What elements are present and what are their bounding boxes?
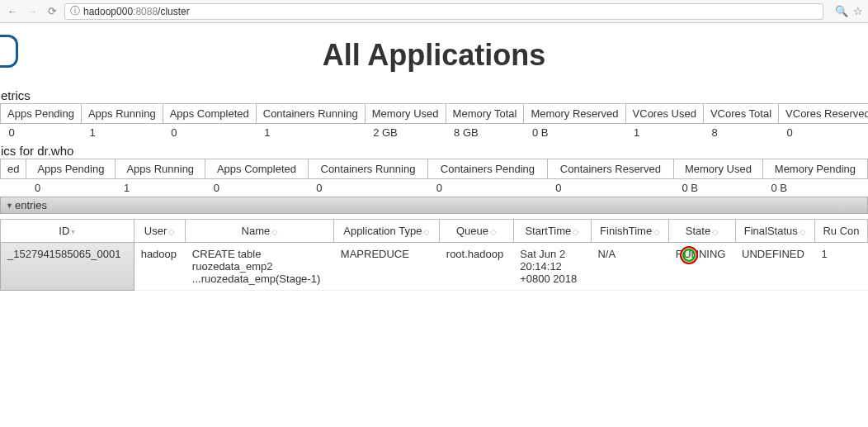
col-apps-running[interactable]: Apps Running (81, 104, 163, 124)
col-vcores-used[interactable]: VCores Used (625, 104, 703, 124)
cluster-metrics-label: etrics (0, 86, 868, 103)
col-apptype[interactable]: Application Type◇ (334, 220, 440, 243)
app-final: UNDEFINED (735, 243, 814, 291)
entries-selector[interactable]: ▼ entries (0, 197, 868, 214)
col-vcores-total[interactable]: VCores Total (703, 104, 778, 124)
col-u-memory-used[interactable]: Memory Used (674, 159, 763, 179)
app-start: Sat Jun 2 20:14:12 +0800 2018 (513, 243, 591, 291)
col-containers-running[interactable]: Containers Running (256, 104, 365, 124)
star-icon[interactable]: ☆ (853, 5, 863, 17)
app-state: RUNNING (669, 243, 735, 291)
col-memory-used[interactable]: Memory Used (365, 104, 446, 124)
annotation-circle-inner-icon (682, 249, 696, 262)
table-row: 0 1 0 0 0 0 0 B 0 B (1, 179, 868, 197)
app-queue: root.hadoop (440, 243, 513, 291)
url-host: hadoop000 (83, 6, 133, 17)
col-state[interactable]: State◇ (669, 220, 735, 243)
caret-down-icon: ▼ (6, 202, 13, 210)
col-ed[interactable]: ed (1, 159, 26, 179)
col-u-containers-running[interactable]: Containers Running (308, 159, 427, 179)
col-u-apps-running[interactable]: Apps Running (116, 159, 205, 179)
browser-toolbar: ← → ⟳ ⓘ hadoop000:8088/cluster 🔍 ☆ (0, 0, 868, 23)
applications-table: ID▾ User◇ Name◇ Application Type◇ Queue◇… (0, 219, 868, 291)
col-u-apps-completed[interactable]: Apps Completed (205, 159, 309, 179)
page-title: All Applications (0, 38, 868, 73)
table-row[interactable]: _1527941585065_0001 hadoop CREATE table … (1, 243, 868, 291)
col-apps-pending[interactable]: Apps Pending (1, 104, 82, 124)
back-icon[interactable]: ← (5, 4, 20, 19)
col-u-memory-pending[interactable]: Memory Pending (762, 159, 867, 179)
app-type: MAPREDUCE (334, 243, 440, 291)
url-bar[interactable]: ⓘ hadoop000:8088/cluster (64, 3, 823, 20)
col-queue[interactable]: Queue◇ (440, 220, 513, 243)
cluster-metrics-table: Apps Pending Apps Running Apps Completed… (0, 103, 868, 141)
url-port: :8088 (133, 6, 158, 17)
col-vcores-reserved[interactable]: VCores Reserved (779, 104, 868, 124)
entries-label: entries (15, 199, 47, 211)
url-path: /cluster (158, 6, 190, 17)
col-starttime[interactable]: StartTime◇ (513, 220, 591, 243)
app-name: CREATE table ruozedata_emp2 ...ruozedata… (186, 243, 334, 291)
col-name[interactable]: Name◇ (186, 220, 334, 243)
reload-icon[interactable]: ⟳ (45, 4, 59, 19)
app-user: hadoop (134, 243, 186, 291)
col-u-apps-pending[interactable]: Apps Pending (26, 159, 116, 179)
app-id[interactable]: _1527941585065_0001 (1, 243, 134, 291)
col-apps-completed[interactable]: Apps Completed (163, 104, 256, 124)
col-finishtime[interactable]: FinishTime◇ (591, 220, 668, 243)
col-id[interactable]: ID▾ (1, 220, 134, 243)
zoom-icon[interactable]: 🔍 (835, 5, 848, 17)
col-memory-reserved[interactable]: Memory Reserved (524, 104, 625, 124)
col-user[interactable]: User◇ (134, 220, 186, 243)
col-u-containers-reserved[interactable]: Containers Reserved (547, 159, 673, 179)
col-memory-total[interactable]: Memory Total (446, 104, 524, 124)
col-u-containers-pending[interactable]: Containers Pending (428, 159, 548, 179)
app-extra: 1 (814, 243, 867, 291)
user-metrics-label: ics for dr.who (0, 141, 868, 159)
app-finish: N/A (591, 243, 668, 291)
col-running[interactable]: Ru Con (814, 220, 867, 243)
table-row: 0 1 0 1 2 GB 8 GB 0 B 1 8 0 1 (1, 124, 869, 142)
col-finalstatus[interactable]: FinalStatus◇ (735, 220, 814, 243)
info-icon: ⓘ (70, 4, 80, 18)
forward-icon[interactable]: → (25, 4, 40, 19)
user-metrics-table: ed Apps Pending Apps Running Apps Comple… (0, 159, 868, 197)
